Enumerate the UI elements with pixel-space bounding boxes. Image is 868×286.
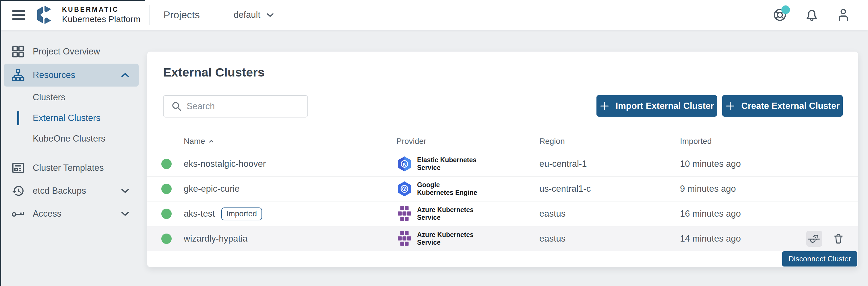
sidebar-item-label: Resources <box>33 70 75 80</box>
sidebar-item-etcd-backups[interactable]: etcd Backups <box>0 179 143 202</box>
help-status-badge <box>781 5 790 14</box>
chevron-up-icon <box>121 72 129 78</box>
chevron-down-icon <box>266 12 274 17</box>
imported-badge: Imported <box>221 208 262 220</box>
templates-icon <box>11 162 25 174</box>
sidebar-item-access[interactable]: Access <box>0 202 143 225</box>
key-icon <box>11 208 25 220</box>
chevron-down-icon <box>121 211 129 216</box>
kubermatic-logo <box>36 5 57 25</box>
provider-name: Google Kubernetes Engine <box>417 181 477 196</box>
page-title: External Clusters <box>163 65 265 79</box>
create-external-cluster-button[interactable]: Create External Cluster <box>722 95 843 117</box>
status-dot <box>161 234 172 244</box>
help-icon[interactable] <box>773 8 787 22</box>
cluster-name: wizardly-hypatia <box>184 234 247 244</box>
brand-product: Kubernetes Platform <box>62 14 141 24</box>
grid-icon <box>11 45 25 58</box>
menu-icon[interactable] <box>12 10 25 20</box>
sidebar-item-label: Cluster Templates <box>33 163 104 173</box>
sidebar: Project Overview Resources Clusters Exte… <box>0 30 143 286</box>
imported-time: 14 minutes ago <box>680 234 741 244</box>
status-dot <box>161 209 172 219</box>
disconnect-cluster-button[interactable] <box>806 231 823 247</box>
sidebar-item-label: External Clusters <box>33 113 100 123</box>
status-dot <box>161 159 172 169</box>
column-header-imported[interactable]: Imported <box>680 132 712 151</box>
cluster-name: gke-epic-curie <box>184 184 240 194</box>
imported-time: 16 minutes ago <box>680 209 741 219</box>
notifications-bell-icon[interactable] <box>805 8 818 22</box>
sidebar-item-label: etcd Backups <box>33 186 86 196</box>
table-header: Name Provider Region Imported <box>147 132 858 151</box>
user-account-icon[interactable] <box>836 8 850 22</box>
sidebar-item-label: Access <box>33 209 61 219</box>
sidebar-item-project-overview[interactable]: Project Overview <box>0 40 143 63</box>
column-header-provider[interactable]: Provider <box>396 132 426 151</box>
import-external-cluster-button[interactable]: Import External Cluster <box>596 95 717 117</box>
button-label: Create External Cluster <box>741 101 840 111</box>
status-dot <box>161 184 172 194</box>
imported-time: 10 minutes ago <box>680 159 741 169</box>
sidebar-item-clusters[interactable]: Clusters <box>0 87 143 108</box>
provider-name: Elastic Kubernetes Service <box>417 156 476 172</box>
table-row[interactable]: wizardly-hypatia Azure Kubernetes Servic… <box>147 226 858 251</box>
search-icon <box>171 101 182 112</box>
window-edge-left <box>0 0 1 286</box>
projects-label: Projects <box>163 9 199 21</box>
region: us-central1-c <box>539 184 591 194</box>
region: eastus <box>539 234 565 244</box>
chevron-down-icon <box>121 188 129 193</box>
sidebar-gap <box>0 149 143 156</box>
search-input[interactable] <box>187 101 307 111</box>
project-selector-value: default <box>234 10 260 20</box>
provider-name: Azure Kubernetes Service <box>417 231 474 246</box>
external-clusters-card: External Clusters Import External Cluste… <box>147 51 858 267</box>
aks-provider-icon <box>396 230 412 247</box>
sidebar-item-label: KubeOne Clusters <box>33 134 105 144</box>
table-row[interactable]: gke-epic-curie Google Kubernetes Engine … <box>147 176 858 201</box>
aks-provider-icon <box>396 206 412 222</box>
region: eu-central-1 <box>539 159 587 169</box>
brand-text: KUBERMATIC Kubernetes Platform <box>62 6 141 24</box>
topbar-divider <box>149 5 150 25</box>
window-edge-top <box>0 0 145 1</box>
sidebar-item-cluster-templates[interactable]: Cluster Templates <box>0 156 143 179</box>
plus-icon <box>725 101 735 111</box>
sidebar-item-label: Clusters <box>33 92 65 103</box>
svg-text:K: K <box>403 162 406 166</box>
top-bar: KUBERMATIC Kubernetes Platform Projects … <box>0 0 868 30</box>
imported-time: 9 minutes ago <box>680 184 736 194</box>
cluster-name: aks-test <box>184 209 215 219</box>
button-label: Import External Cluster <box>616 101 714 111</box>
gke-provider-icon <box>396 181 412 197</box>
sidebar-item-resources[interactable]: Resources <box>4 64 138 86</box>
provider-name: Azure Kubernetes Service <box>417 206 474 221</box>
history-icon <box>11 184 25 198</box>
cluster-name: eks-nostalgic-hoover <box>184 159 266 169</box>
column-header-region[interactable]: Region <box>539 132 565 151</box>
table-row[interactable]: eks-nostalgic-hoover K Elastic Kubernete… <box>147 151 858 176</box>
search-box <box>163 95 308 117</box>
sitemap-icon <box>11 69 25 81</box>
delete-cluster-button[interactable] <box>830 231 846 247</box>
sidebar-item-kubeone-clusters[interactable]: KubeOne Clusters <box>0 129 143 149</box>
plus-icon <box>600 101 609 111</box>
brand-name: KUBERMATIC <box>62 6 141 13</box>
trash-icon <box>833 233 844 245</box>
column-header-name[interactable]: Name <box>184 132 214 151</box>
link-off-icon <box>806 231 823 247</box>
eks-provider-icon: K <box>396 156 412 172</box>
disconnect-cluster-tooltip: Disconnect Cluster <box>782 251 857 266</box>
sort-asc-icon <box>209 140 214 143</box>
project-selector[interactable]: default <box>234 10 274 20</box>
table-row[interactable]: aks-test Imported Azure Kubernetes Servi… <box>147 201 858 226</box>
region: eastus <box>539 209 565 219</box>
sidebar-item-external-clusters[interactable]: External Clusters <box>0 108 143 129</box>
sidebar-item-label: Project Overview <box>33 46 100 57</box>
topbar-actions <box>773 8 850 22</box>
